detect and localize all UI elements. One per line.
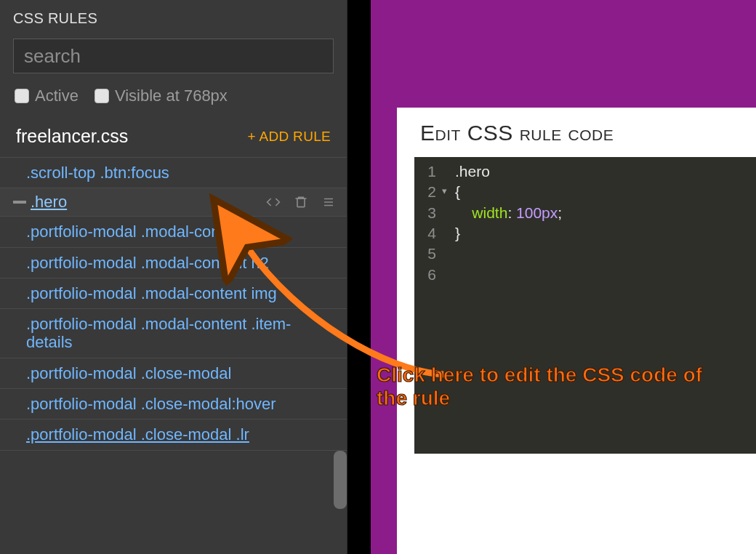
gutter-number: 6 <box>414 265 443 285</box>
active-checkbox[interactable]: Active <box>15 87 79 105</box>
add-rule-button[interactable]: + ADD RULE <box>248 129 331 145</box>
column-gap <box>347 0 371 554</box>
search-input[interactable] <box>13 39 334 73</box>
panel-title: CSS RULES <box>0 0 347 33</box>
code-line[interactable]: 3 width: 100px; <box>414 203 756 223</box>
code-line[interactable]: 4} <box>414 223 756 244</box>
menu-icon[interactable] <box>321 194 337 210</box>
svg-rect-0 <box>297 198 305 207</box>
rule-item[interactable]: .portfolio-modal .modal-content <box>0 216 347 246</box>
app-root: CSS RULES Active Visible at 768px freela… <box>0 0 756 554</box>
rule-item[interactable]: .scroll-top .btn:focus <box>0 157 347 188</box>
rule-item[interactable]: .portfolio-modal .modal-content img <box>0 278 347 308</box>
checkbox-icon <box>15 89 29 103</box>
rule-selector: .portfolio-modal .close-modal .lr <box>26 425 249 443</box>
rule-item-active[interactable]: .hero <box>0 188 347 216</box>
rule-item[interactable]: .portfolio-modal .close-modal .lr <box>0 419 347 450</box>
rule-selector: .portfolio-modal .modal-content <box>26 222 246 241</box>
code-line[interactable]: 2▾{ <box>414 182 756 202</box>
rule-list: .scroll-top .btn:focus.hero.portfolio-mo… <box>0 157 347 451</box>
code-editor[interactable]: 1.hero2▾{3 width: 100px;4}56 <box>414 157 756 454</box>
gutter-number: 2▾ <box>414 182 443 202</box>
rule-selector: .portfolio-modal .close-modal:hover <box>26 395 276 413</box>
right-canvas: Edit CSS rule code 1.hero2▾{3 width: 100… <box>371 0 756 554</box>
scrollbar-thumb[interactable] <box>334 451 347 509</box>
code-line[interactable]: 1.hero <box>414 161 756 182</box>
css-rules-panel: CSS RULES Active Visible at 768px freela… <box>0 0 347 554</box>
search-container <box>13 39 334 73</box>
editor-title: Edit CSS rule code <box>397 121 756 153</box>
callout-target-marker <box>240 237 269 242</box>
css-editor-panel: Edit CSS rule code 1.hero2▾{3 width: 100… <box>397 108 756 554</box>
fold-icon[interactable]: ▾ <box>442 185 447 198</box>
visible-label: Visible at 768px <box>115 87 228 105</box>
rule-selector: .portfolio-modal .modal-content .item-de… <box>26 315 291 351</box>
rule-selector: .portfolio-modal .close-modal <box>26 364 231 382</box>
code-text <box>443 265 455 285</box>
code-text: } <box>443 223 460 244</box>
filter-checks: Active Visible at 768px <box>0 81 347 116</box>
rule-selector: .portfolio-modal .modal-content img <box>26 284 277 302</box>
rule-item[interactable]: .portfolio-modal .modal-content h2 <box>0 247 347 278</box>
active-label: Active <box>35 87 79 105</box>
checkbox-icon <box>94 89 109 103</box>
gutter-number: 1 <box>414 161 443 182</box>
rule-item[interactable]: .portfolio-modal .close-modal <box>0 358 347 388</box>
code-line[interactable]: 5 <box>414 244 756 264</box>
collapse-icon[interactable] <box>13 201 26 204</box>
file-name: freelancer.css <box>16 126 128 147</box>
file-header-row: freelancer.css + ADD RULE <box>0 116 347 157</box>
rule-item[interactable]: .portfolio-modal .close-modal:hover <box>0 388 347 419</box>
rule-item[interactable]: .portfolio-modal .modal-content .item-de… <box>0 308 347 358</box>
trash-icon[interactable] <box>293 194 309 210</box>
code-icon[interactable] <box>265 194 281 210</box>
rule-selector: .scroll-top .btn:focus <box>26 164 169 182</box>
rule-selector: .hero <box>31 193 265 212</box>
rule-selector: .portfolio-modal .modal-content h2 <box>26 254 269 272</box>
code-text <box>443 244 455 264</box>
visible-checkbox[interactable]: Visible at 768px <box>94 87 228 105</box>
gutter-number: 3 <box>414 203 443 223</box>
code-line[interactable]: 6 <box>414 265 756 285</box>
code-text: .hero <box>443 161 490 182</box>
code-text: width: 100px; <box>443 203 562 223</box>
gutter-number: 5 <box>414 244 443 264</box>
gutter-number: 4 <box>414 223 443 244</box>
